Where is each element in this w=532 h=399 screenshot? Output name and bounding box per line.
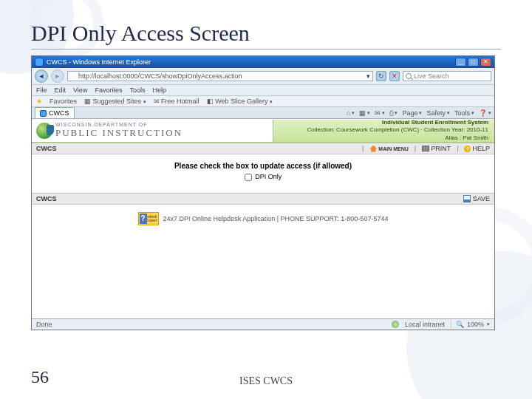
address-bar[interactable]: http://localhost:0000/CWCS/showDpiOnlyAc… (67, 71, 373, 81)
dept-small-text: WISCONSIN DEPARTMENT OF (55, 122, 183, 127)
favorites-label[interactable]: Favorites (50, 98, 77, 105)
menu-view[interactable]: View (73, 86, 87, 94)
search-placeholder: Live Search (414, 72, 449, 80)
menu-favorites[interactable]: Favorites (95, 86, 122, 94)
menu-tools[interactable]: Tools (129, 86, 145, 94)
print-link[interactable]: PRINT (422, 145, 451, 152)
window-titlebar: CWCS - Windows Internet Explorer _ □ ✕ (32, 56, 494, 68)
address-dropdown-icon[interactable]: ▾ (366, 72, 370, 80)
mail-tool-icon[interactable]: ✉▾ (375, 109, 385, 117)
status-done: Done (36, 321, 52, 328)
main-menu-link[interactable]: MAIN MENU (369, 146, 408, 152)
breadcrumb2: CWCS (36, 195, 57, 202)
tab-row: CWCS ⌂▾ ▦▾ ✉▾ ⎙▾ Page▾ Safety▾ Tools▾ ❓▾ (32, 107, 494, 119)
stop-button[interactable]: ✕ (389, 71, 400, 81)
instruction-text: Please check the box to update access (i… (54, 162, 472, 170)
browser-window: CWCS - Windows Internet Explorer _ □ ✕ ◄… (31, 55, 495, 330)
action-bar: CWCS SAVE (32, 193, 494, 205)
tab-icon (40, 110, 47, 117)
printer-icon (422, 146, 429, 151)
sys-line1: Individual Student Enrollment System (279, 119, 488, 126)
help-tool-icon[interactable]: ❓▾ (479, 109, 491, 117)
tab-label: CWCS (49, 109, 69, 117)
zoom-icon: 🔍 (456, 321, 464, 328)
disk-icon (463, 195, 471, 202)
breadcrumb-bar: CWCS | MAIN MENU | PRINT | ? HEL (32, 143, 494, 154)
favorites-star-icon[interactable]: ★ (36, 98, 42, 105)
home-tool-icon[interactable]: ⌂▾ (347, 109, 355, 117)
form-area: Please check the box to update access (i… (32, 154, 494, 193)
helpdesk-badge-icon: Helpdesk Expert (138, 212, 159, 225)
safety-tool[interactable]: Safety▾ (426, 109, 450, 117)
forward-button[interactable]: ► (51, 69, 64, 83)
suggested-sites-link[interactable]: ▦ Suggested Sites ▾ (84, 98, 146, 105)
maximize-button[interactable]: □ (468, 58, 479, 66)
help-icon: ? (464, 146, 471, 152)
page-content: WISCONSIN DEPARTMENT OF PUBLIC INSTRUCTI… (32, 119, 494, 318)
globe-icon (36, 123, 52, 139)
menu-file[interactable]: File (36, 86, 47, 94)
menu-bar: File Edit View Favorites Tools Help (32, 85, 494, 96)
system-info: Individual Student Enrollment System Col… (273, 120, 494, 142)
zoom-value: 100% (467, 321, 484, 328)
footer-text: ISES CWCS (239, 375, 293, 387)
zoom-control[interactable]: 🔍 100% ▾ (451, 321, 490, 328)
page-title: DPI Only Access Screen (31, 21, 501, 50)
print-tool-icon[interactable]: ⎙▾ (389, 109, 398, 117)
menu-help[interactable]: Help (152, 86, 166, 94)
address-bar-row: ◄ ► http://localhost:0000/CWCS/showDpiOn… (32, 68, 494, 85)
address-text: http://localhost:0000/CWCS/showDpiOnlyAc… (78, 72, 242, 80)
save-button[interactable]: SAVE (463, 195, 490, 202)
app-header: WISCONSIN DEPARTMENT OF PUBLIC INSTRUCTI… (32, 119, 494, 143)
helpdesk-text[interactable]: 24x7 DPI Online Helpdesk Application | P… (163, 215, 389, 222)
favorites-bar: ★ Favorites ▦ Suggested Sites ▾ ✉ Free H… (32, 96, 494, 107)
ie-icon (35, 58, 44, 66)
tools-tool[interactable]: Tools▾ (454, 109, 474, 117)
free-hotmail-link[interactable]: ✉ Free Hotmail (154, 98, 200, 105)
helpdesk-row: Helpdesk Expert 24x7 DPI Online Helpdesk… (32, 205, 494, 230)
dpi-only-checkbox[interactable] (245, 174, 252, 181)
refresh-button[interactable]: ↻ (376, 71, 386, 81)
menu-edit[interactable]: Edit (55, 86, 66, 94)
zone-icon (392, 321, 399, 328)
search-icon (406, 73, 412, 79)
feeds-tool-icon[interactable]: ▦▾ (359, 109, 370, 117)
blank-area (32, 230, 494, 318)
web-slice-link[interactable]: ◧ Web Slice Gallery ▾ (207, 98, 273, 105)
dpi-only-label: DPI Only (255, 173, 282, 180)
back-button[interactable]: ◄ (35, 69, 48, 83)
minimize-button[interactable]: _ (455, 58, 466, 66)
window-title-text: CWCS - Windows Internet Explorer (47, 58, 151, 66)
sys-line3: Alias : Pat Smith (279, 134, 488, 142)
status-bar: Done Local intranet 🔍 100% ▾ (32, 318, 494, 330)
zone-text: Local intranet (405, 321, 445, 328)
page-number: 56 (31, 367, 49, 387)
breadcrumb: CWCS (36, 145, 57, 152)
search-box[interactable]: Live Search (403, 71, 491, 81)
sys-line2: Collection: Coursework Completion (CWC) … (279, 126, 488, 134)
page-icon (70, 73, 77, 80)
close-button[interactable]: ✕ (480, 58, 491, 66)
home-icon (369, 146, 377, 152)
dpi-logo: WISCONSIN DEPARTMENT OF PUBLIC INSTRUCTI… (32, 119, 273, 142)
tab-cwcs[interactable]: CWCS (35, 107, 75, 118)
page-tool[interactable]: Page▾ (402, 109, 422, 117)
help-link[interactable]: ? HELP (464, 145, 490, 152)
dept-big-text: PUBLIC INSTRUCTION (55, 127, 183, 139)
